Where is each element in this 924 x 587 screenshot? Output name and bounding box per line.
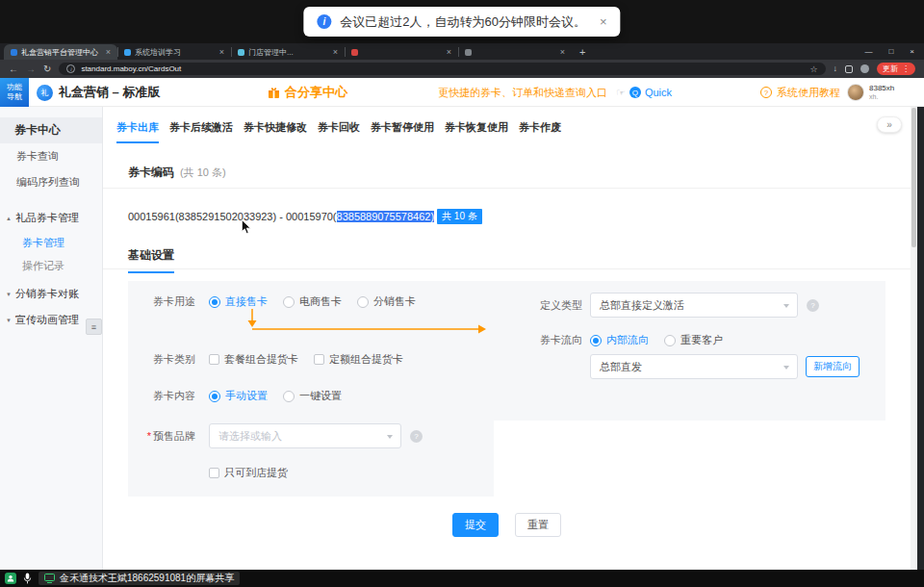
- user-menu[interactable]: 8385xh xh.: [847, 78, 894, 107]
- new-tab-button[interactable]: +: [579, 46, 585, 58]
- card-content-label: 券卡内容: [136, 389, 195, 403]
- tab-card-activation[interactable]: 券卡后续激活: [169, 120, 233, 141]
- tutorial-label: 系统使用教程: [777, 86, 840, 100]
- submit-button[interactable]: 提交: [452, 513, 499, 537]
- add-flow-button[interactable]: 新增流向: [806, 356, 860, 377]
- address-bar[interactable]: i standard.maboy.cn/CardsOut ☆: [59, 63, 825, 75]
- radio-internal-flow[interactable]: 内部流向: [590, 333, 649, 347]
- site-info-icon[interactable]: i: [66, 64, 75, 73]
- tab-card-void[interactable]: 券卡作废: [519, 120, 561, 141]
- browser-tab[interactable]: 门店管理中... ×: [231, 44, 345, 60]
- sidebar-item-card-query[interactable]: 券卡查询: [0, 143, 102, 169]
- browser-tab-strip: 礼盒营销平台管理中心 × 系统培训学习 × 门店管理中... × × × + —…: [0, 43, 924, 60]
- maximize-button[interactable]: □: [888, 47, 893, 56]
- sidebar-item-card-management[interactable]: 券卡管理: [0, 231, 102, 254]
- sidebar-item-code-sequence-query[interactable]: 编码序列查询: [0, 169, 102, 195]
- tutorial-link[interactable]: ? 系统使用教程: [760, 78, 840, 107]
- sidebar-group-gift-card-mgmt[interactable]: ▲ 礼品券卡管理: [0, 205, 102, 231]
- tab-close-icon[interactable]: ×: [560, 47, 565, 57]
- user-subtext: xh.: [869, 93, 894, 101]
- radio-icon: [357, 296, 369, 308]
- checkbox-combo-pickup-card[interactable]: 套餐组合提货卡: [209, 352, 298, 367]
- avatar[interactable]: [847, 84, 864, 101]
- radio-ecommerce-sale[interactable]: 电商售卡: [283, 294, 342, 309]
- help-icon[interactable]: ?: [807, 299, 819, 312]
- forward-icon[interactable]: →: [26, 64, 36, 74]
- share-center-label: 合分享中心: [285, 84, 347, 101]
- form-panel-right: 定义类型 总部直接定义激活 ? 券卡流向 内部流向 重要客户: [494, 281, 886, 421]
- refresh-icon[interactable]: ↻: [43, 64, 51, 74]
- radio-direct-sale[interactable]: 直接售卡: [209, 294, 268, 309]
- tab-card-resume[interactable]: 券卡恢复使用: [445, 120, 508, 141]
- minimize-button[interactable]: —: [864, 47, 872, 56]
- radio-one-click-setting[interactable]: 一键设置: [283, 389, 342, 403]
- microphone-icon[interactable]: [23, 573, 32, 584]
- tab-card-quick-edit[interactable]: 券卡快捷修改: [244, 120, 307, 141]
- presale-brand-placeholder: 请选择或输入: [218, 429, 282, 444]
- brand-logo-icon: 礼: [37, 85, 53, 101]
- window-close-button[interactable]: ×: [910, 47, 914, 56]
- sidebar-group-distribution-reconcile[interactable]: ▼ 分销券卡对账: [0, 281, 102, 307]
- checkbox-label: 定额组合提货卡: [329, 352, 403, 367]
- tab-close-icon[interactable]: ×: [333, 47, 338, 57]
- menu-dots-icon[interactable]: ⋮: [902, 64, 910, 73]
- close-icon[interactable]: ×: [600, 14, 607, 29]
- tab-close-icon[interactable]: ×: [219, 47, 224, 57]
- function-nav-toggle[interactable]: 功能 导航: [0, 78, 29, 107]
- tab-close-icon[interactable]: ×: [447, 47, 451, 57]
- browser-tab-active[interactable]: 礼盒营销平台管理中心 ×: [4, 44, 117, 60]
- page-scrollbar[interactable]: [911, 107, 917, 570]
- radio-important-customer[interactable]: 重要客户: [664, 333, 723, 347]
- info-icon: i: [317, 14, 331, 29]
- checkbox-store-pickup-only[interactable]: 只可到店提货: [209, 466, 288, 480]
- pointing-hand-icon: ☞: [616, 87, 626, 99]
- profile-icon[interactable]: [860, 64, 869, 73]
- bookmark-star-icon[interactable]: ☆: [809, 64, 817, 74]
- row-card-content: 券卡内容 手动设置 一键设置: [136, 389, 357, 403]
- browser-update-button[interactable]: 更新 ⋮: [877, 63, 915, 75]
- tab-card-outbound[interactable]: 券卡出库: [116, 120, 159, 143]
- caret-down-icon: ▼: [6, 292, 12, 297]
- help-icon[interactable]: ?: [410, 430, 423, 443]
- quick-link[interactable]: ☞ Q Quick: [616, 78, 672, 107]
- sidebar-item-operation-log[interactable]: 操作记录: [0, 254, 102, 277]
- browser-tab[interactable]: ×: [458, 44, 572, 60]
- codes-title: 券卡编码: [128, 165, 174, 181]
- tabs-more-button[interactable]: »: [877, 116, 902, 133]
- tab-favicon: [124, 49, 131, 56]
- sidebar-group-label: 礼品券卡管理: [15, 211, 79, 225]
- back-icon[interactable]: ←: [9, 64, 18, 74]
- screen-share-icon: [44, 574, 55, 583]
- side-panel-icon[interactable]: [845, 65, 853, 73]
- scrollbar-thumb[interactable]: [911, 108, 916, 247]
- reset-button[interactable]: 重置: [515, 513, 561, 537]
- tab-card-recycle[interactable]: 券卡回收: [318, 120, 360, 141]
- presale-brand-select[interactable]: 请选择或输入: [209, 423, 401, 448]
- tab-favicon: [351, 49, 358, 56]
- flow-direction-select[interactable]: 总部直发: [590, 354, 798, 379]
- checkbox-fixed-combo-pickup-card[interactable]: 定额组合提货卡: [314, 352, 403, 367]
- row-store-only: 只可到店提货: [136, 466, 303, 480]
- radio-label: 一键设置: [299, 389, 342, 403]
- presale-brand-label: *预售品牌: [136, 429, 195, 444]
- radio-distribution-sale[interactable]: 分销售卡: [357, 294, 416, 309]
- codes-selected-text: 8385889075578462): [337, 211, 435, 222]
- tab-card-suspend[interactable]: 券卡暂停使用: [371, 120, 434, 141]
- tab-label: 礼盒营销平台管理中心: [21, 47, 102, 58]
- card-flow-label: 券卡流向: [536, 333, 582, 347]
- define-type-select[interactable]: 总部直接定义激活: [590, 293, 798, 318]
- promo-link[interactable]: 更快捷的券卡、订单和快递查询入口: [438, 78, 607, 107]
- share-status-text: 金禾通技术王斌18662591081的屏幕共享: [60, 572, 234, 585]
- download-icon[interactable]: ↓: [834, 64, 838, 73]
- codes-prefix: 00015961(8385291502033923) - 00015970(: [128, 211, 337, 222]
- quick-label: Quick: [645, 87, 672, 98]
- radio-manual-setting[interactable]: 手动设置: [209, 389, 268, 403]
- share-center-link[interactable]: 合分享中心: [268, 78, 347, 107]
- radio-label: 重要客户: [680, 333, 723, 347]
- tab-close-icon[interactable]: ×: [106, 47, 111, 57]
- sidebar-collapse-handle[interactable]: ≡: [86, 319, 102, 335]
- browser-tab[interactable]: ×: [345, 44, 458, 60]
- browser-tab[interactable]: 系统培训学习 ×: [117, 44, 231, 60]
- app-header: 功能 导航 礼 礼盒营销 – 标准版 合分享中心 更快捷的券卡、订单和快递查询入…: [0, 78, 924, 107]
- quick-q-icon: Q: [629, 87, 641, 98]
